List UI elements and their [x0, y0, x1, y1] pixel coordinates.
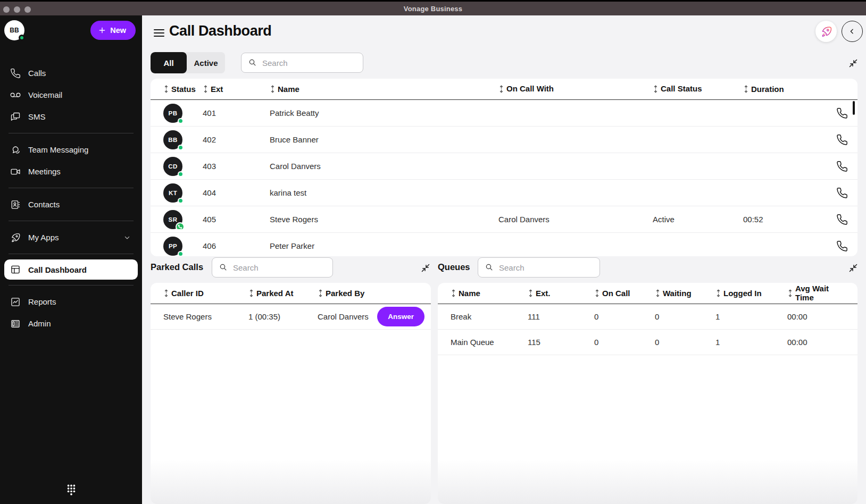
sidebar-item-meetings[interactable]: Meetings [0, 161, 142, 182]
column-header-name[interactable]: Name [270, 85, 498, 94]
answer-button[interactable]: Answer [377, 307, 424, 326]
chevron-down-icon [123, 233, 131, 242]
hamburger-menu-button[interactable] [153, 27, 165, 38]
scrollbar-thumb[interactable] [853, 101, 855, 115]
column-header-duration[interactable]: Duration [743, 85, 818, 94]
extensions-search-input[interactable] [262, 58, 357, 68]
column-header-on-call[interactable]: On Call [594, 289, 655, 298]
column-header-logged-in[interactable]: Logged In [715, 289, 787, 298]
sidebar-item-label: Contacts [28, 200, 60, 209]
column-header-caller-id[interactable]: Caller ID [163, 289, 248, 298]
sidebar-menu: CallsVoicemailSMSTeam MessagingMeetingsC… [0, 62, 142, 334]
sidebar-item-label: Meetings [28, 167, 61, 176]
sort-icon [594, 289, 600, 297]
extensions-table: StatusExtNameOn Call WithCall StatusDura… [151, 79, 857, 256]
sort-icon [248, 289, 254, 297]
queues-search-input[interactable] [499, 263, 594, 272]
extension-row: CD 403 Carol Danvers [151, 153, 857, 180]
avatar: KT [163, 183, 182, 203]
sidebar-item-voicemail[interactable]: Voicemail [0, 84, 142, 106]
sort-icon [163, 85, 169, 93]
collapse-widget-button[interactable] [842, 21, 863, 42]
parked-calls-table-header: Caller IDParked AtParked By [151, 283, 431, 304]
sidebar-item-reports[interactable]: Reports [0, 291, 142, 313]
name-cell: Carol Danvers [270, 162, 498, 171]
extension-row: PP 406 Peter Parker [151, 233, 857, 256]
queue-row: Main Queue 115 0 0 1 00:00 [438, 330, 857, 355]
column-header-name[interactable]: Name [451, 289, 528, 298]
column-header-ext[interactable]: Ext. [528, 289, 594, 298]
call-button[interactable] [836, 107, 848, 119]
phone-icon [836, 134, 848, 146]
status-cell: PP [163, 237, 203, 256]
macos-titlebar: Vonage Business [0, 0, 866, 15]
queues-table: NameExt.On CallWaitingLogged InAvg Wait … [438, 283, 857, 504]
call-button[interactable] [836, 187, 848, 199]
call-button[interactable] [836, 134, 848, 146]
collapse-parked-calls-button[interactable] [421, 263, 431, 273]
sidebar-item-label: Calls [28, 69, 46, 78]
parked-calls-search [212, 257, 333, 278]
sidebar-item-team-messaging[interactable]: Team Messaging [0, 139, 142, 161]
collapse-queues-button[interactable] [848, 263, 859, 273]
avatar: SR [163, 210, 182, 229]
name-cell: Bruce Banner [270, 135, 498, 144]
collapse-extensions-button[interactable] [848, 58, 859, 69]
extensions-table-body: PB 401 Patrick Beatty BB 402 Bruce Banne… [151, 100, 857, 256]
call-button[interactable] [836, 161, 848, 172]
column-header-call-status[interactable]: Call Status [653, 85, 743, 94]
sidebar-item-sms[interactable]: SMS [0, 106, 142, 128]
search-icon [248, 58, 257, 68]
presence-dot [178, 145, 184, 149]
close-window-button[interactable] [3, 6, 10, 13]
column-header-waiting[interactable]: Waiting [655, 289, 715, 298]
sidebar-item-calls[interactable]: Calls [0, 62, 142, 84]
column-header-on-call-with[interactable]: On Call With [498, 85, 653, 94]
phone-icon [836, 240, 848, 252]
tab-all[interactable]: All [151, 52, 187, 73]
on-call-with-cell: Carol Danvers [498, 215, 653, 224]
ext-cell: 403 [203, 162, 270, 171]
collapse-icon [421, 263, 431, 273]
new-button[interactable]: New [90, 21, 136, 40]
sidebar-item-label: Team Messaging [28, 145, 88, 154]
zoom-window-button[interactable] [24, 6, 31, 13]
call-button[interactable] [836, 214, 848, 225]
sort-icon [203, 85, 209, 93]
desk-phone-icon [10, 318, 21, 329]
parked-calls-search-input[interactable] [233, 263, 327, 272]
sidebar-item-contacts[interactable]: Contacts [0, 194, 142, 215]
parked-calls-table-body: Steve Rogers 1 (00:35) Carol Danvers Ans… [151, 304, 431, 330]
sort-icon [451, 289, 456, 297]
column-header-status[interactable]: Status [163, 85, 203, 94]
extension-row: SR 405 Steve Rogers Carol Danvers Active… [151, 206, 857, 233]
sort-icon [653, 85, 659, 93]
queues-table-body: Break 111 0 0 1 00:00 Main Queue 115 0 0… [438, 304, 857, 355]
sort-icon [743, 85, 749, 93]
call-status-cell: Active [653, 215, 743, 224]
presence-dot [178, 171, 184, 176]
call-button[interactable] [836, 240, 848, 252]
sidebar-item-admin[interactable]: Admin [0, 313, 142, 334]
sidebar-divider [9, 221, 134, 221]
sidebar-item-call-dashboard[interactable]: Call Dashboard [4, 259, 138, 280]
sidebar-item-label: My Apps [28, 233, 59, 242]
page-title: Call Dashboard [169, 23, 271, 39]
avatar[interactable]: BB [4, 20, 24, 40]
column-header-parked-at[interactable]: Parked At [248, 289, 318, 298]
ext-cell: 401 [203, 108, 270, 117]
sidebar-divider [9, 188, 134, 188]
tab-active[interactable]: Active [187, 52, 225, 73]
queue-avg-wait-cell: 00:00 [787, 312, 849, 321]
dialpad-button[interactable] [64, 483, 78, 497]
column-header-parked-by[interactable]: Parked By [318, 289, 376, 298]
column-header-avg-wait-time[interactable]: Avg Wait Time [787, 284, 849, 302]
chevron-left-icon [847, 27, 857, 36]
minimize-window-button[interactable] [14, 6, 20, 13]
column-header-ext[interactable]: Ext [203, 85, 270, 94]
name-cell: Patrick Beatty [270, 108, 498, 117]
sidebar-item-my-apps[interactable]: My Apps [0, 226, 142, 248]
my-apps-launcher-button[interactable] [815, 21, 837, 42]
phone-icon [836, 107, 848, 119]
queue-row: Break 111 0 0 1 00:00 [438, 304, 857, 330]
